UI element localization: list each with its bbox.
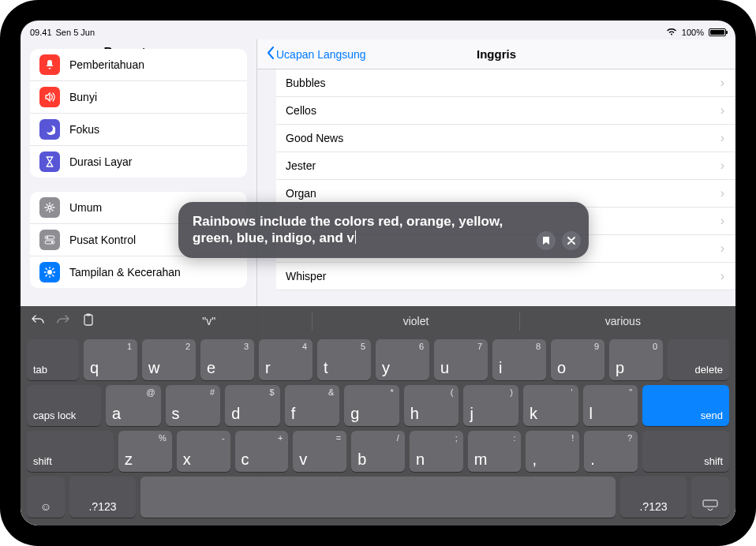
key-,[interactable]: !,: [526, 431, 579, 472]
key-v[interactable]: =v: [293, 431, 346, 472]
key-delete[interactable]: delete: [668, 339, 729, 380]
key-emoji[interactable]: ☺: [27, 477, 65, 518]
text-caret: [355, 230, 356, 244]
status-time: 09.41: [30, 28, 52, 37]
chevron-right-icon: ›: [720, 103, 724, 118]
key-numbers-right[interactable]: .?123: [620, 477, 687, 518]
key-p[interactable]: 0p: [609, 339, 663, 380]
voice-name: Good News: [286, 132, 343, 144]
back-label: Ucapan Langsung: [276, 48, 366, 61]
voice-name: Cellos: [286, 104, 316, 117]
brightness-icon: [39, 262, 60, 282]
key-space[interactable]: [140, 477, 616, 518]
key-n[interactable]: ;n: [410, 431, 463, 472]
redo-button[interactable]: [55, 314, 71, 328]
voice-row[interactable]: Whisper›: [276, 263, 735, 290]
key-send[interactable]: send: [642, 385, 729, 426]
svg-point-5: [47, 270, 52, 275]
sidebar-item-label: Umum: [69, 201, 102, 214]
voice-row[interactable]: Cellos›: [276, 97, 735, 125]
sidebar-item-bunyi[interactable]: Bunyi: [30, 80, 247, 113]
back-button[interactable]: Ucapan Langsung: [267, 47, 366, 62]
key-y[interactable]: 6y: [376, 339, 429, 380]
key-shift-right[interactable]: shift: [642, 431, 729, 472]
sidebar-item-durasi-layar[interactable]: Durasi Layar: [30, 145, 247, 178]
voice-name: Whisper: [286, 270, 326, 282]
bell-icon: [39, 54, 60, 75]
voice-name: Jester: [286, 159, 316, 172]
sidebar-item-pemberitahuan[interactable]: Pemberitahuan: [30, 49, 247, 80]
suggestion[interactable]: various: [519, 312, 726, 331]
key-q[interactable]: 1q: [84, 339, 137, 380]
key-t[interactable]: 5t: [317, 339, 371, 380]
sidebar-item-label: Tampilan & Kecerahan: [69, 266, 181, 279]
key-dismiss-keyboard[interactable]: [691, 477, 729, 518]
sidebar-item-fokus[interactable]: Fokus: [30, 113, 247, 145]
key-.[interactable]: ?.: [584, 431, 638, 472]
svg-rect-7: [87, 314, 91, 316]
key-shift-left[interactable]: shift: [27, 431, 114, 472]
key-tab[interactable]: tab: [27, 339, 79, 380]
key-l[interactable]: "l: [583, 385, 638, 426]
sidebar-item-tampilan-kecerahan[interactable]: Tampilan & Kecerahan: [30, 256, 247, 288]
svg-point-4: [51, 241, 53, 243]
suggestion-bar: "v"violetvarious: [106, 312, 726, 331]
device-frame: 09.41 Sen 5 Jun 100% Pengaturan Pemberit…: [0, 0, 756, 546]
speaker-icon: [39, 87, 60, 107]
key-r[interactable]: 4r: [259, 339, 313, 380]
status-bar: 09.41 Sen 5 Jun 100%: [30, 25, 726, 39]
sidebar-item-label: Pusat Kontrol: [69, 234, 136, 246]
key-caps-lock[interactable]: caps lock: [27, 385, 101, 426]
undo-button[interactable]: [30, 314, 46, 328]
key-d[interactable]: $d: [225, 385, 280, 426]
battery-pct: 100%: [682, 28, 704, 37]
status-date: Sen 5 Jun: [56, 28, 95, 37]
live-speech-input[interactable]: Rainbows include the colors red, orange,…: [178, 202, 589, 258]
clear-button[interactable]: [562, 231, 581, 250]
svg-rect-6: [84, 315, 92, 325]
switches-icon: [39, 230, 60, 250]
chevron-right-icon: ›: [720, 76, 724, 90]
chevron-right-icon: ›: [720, 214, 724, 228]
key-e[interactable]: 3e: [200, 339, 254, 380]
key-numbers-left[interactable]: .?123: [69, 477, 136, 518]
bookmark-button[interactable]: [537, 231, 556, 250]
key-o[interactable]: 9o: [551, 339, 604, 380]
key-s[interactable]: #s: [166, 385, 221, 426]
key-c[interactable]: +c: [235, 431, 289, 472]
key-w[interactable]: 2w: [142, 339, 196, 380]
voice-row[interactable]: Good News›: [276, 125, 735, 152]
key-u[interactable]: 7u: [434, 339, 488, 380]
clipboard-button[interactable]: [80, 313, 96, 329]
key-x[interactable]: -x: [177, 431, 230, 472]
voice-row[interactable]: Bubbles›: [276, 69, 735, 97]
sidebar-item-label: Durasi Layar: [69, 155, 132, 168]
hourglass-icon: [39, 151, 60, 172]
voice-row[interactable]: Jester›: [276, 152, 735, 180]
key-g[interactable]: *g: [344, 385, 399, 426]
chevron-left-icon: [267, 47, 275, 62]
chevron-right-icon: ›: [720, 131, 724, 145]
svg-rect-8: [703, 500, 717, 507]
svg-rect-1: [45, 236, 54, 239]
chevron-right-icon: ›: [720, 186, 724, 200]
suggestion[interactable]: "v": [106, 312, 312, 331]
speech-text: Rainbows include the colors red, orange,…: [193, 214, 503, 245]
wifi-icon: [666, 28, 677, 37]
key-f[interactable]: &f: [285, 385, 340, 426]
gear-icon: [39, 197, 60, 218]
key-h[interactable]: (h: [404, 385, 459, 426]
key-i[interactable]: 8i: [492, 339, 546, 380]
voice-name: Organ: [286, 187, 316, 200]
sidebar-item-label: Bunyi: [69, 91, 97, 103]
suggestion[interactable]: violet: [312, 312, 518, 331]
sidebar-item-label: Pemberitahuan: [69, 58, 144, 71]
key-k[interactable]: 'k: [523, 385, 578, 426]
key-j[interactable]: )j: [463, 385, 518, 426]
chevron-right-icon: ›: [720, 269, 724, 283]
key-z[interactable]: %z: [118, 431, 172, 472]
key-a[interactable]: @a: [106, 385, 161, 426]
key-b[interactable]: /b: [351, 431, 405, 472]
key-m[interactable]: :m: [468, 431, 522, 472]
on-screen-keyboard: "v"violetvarious tab 1q2w3e4r5t6y7u8i9o0…: [21, 306, 735, 525]
